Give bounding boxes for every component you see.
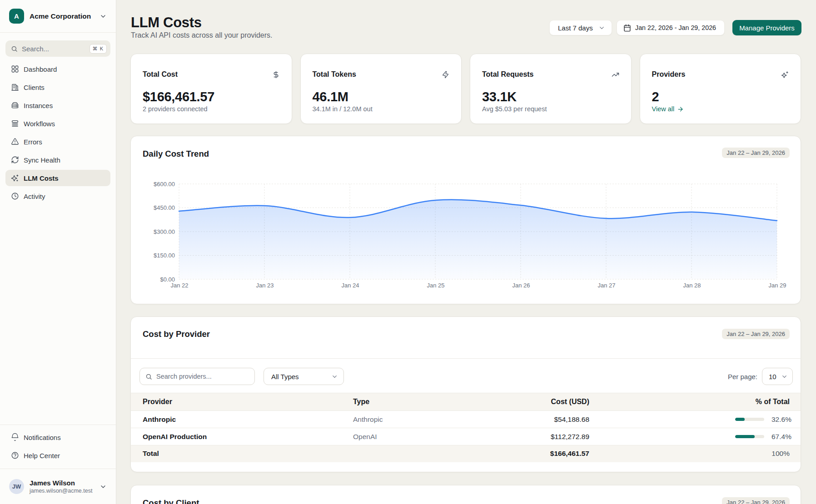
svg-text:Jan 28: Jan 28: [683, 282, 701, 289]
svg-text:Jan 29: Jan 29: [768, 282, 786, 289]
svg-text:Jan 26: Jan 26: [512, 282, 530, 289]
svg-text:$450.00: $450.00: [154, 204, 175, 211]
svg-text:$150.00: $150.00: [154, 252, 175, 259]
svg-text:Jan 27: Jan 27: [597, 282, 615, 289]
svg-text:Jan 24: Jan 24: [341, 282, 359, 289]
svg-text:Jan 23: Jan 23: [256, 282, 274, 289]
svg-text:Jan 25: Jan 25: [427, 282, 444, 289]
svg-text:Jan 22: Jan 22: [170, 282, 188, 289]
svg-text:$300.00: $300.00: [154, 228, 175, 235]
svg-text:$600.00: $600.00: [154, 181, 175, 188]
